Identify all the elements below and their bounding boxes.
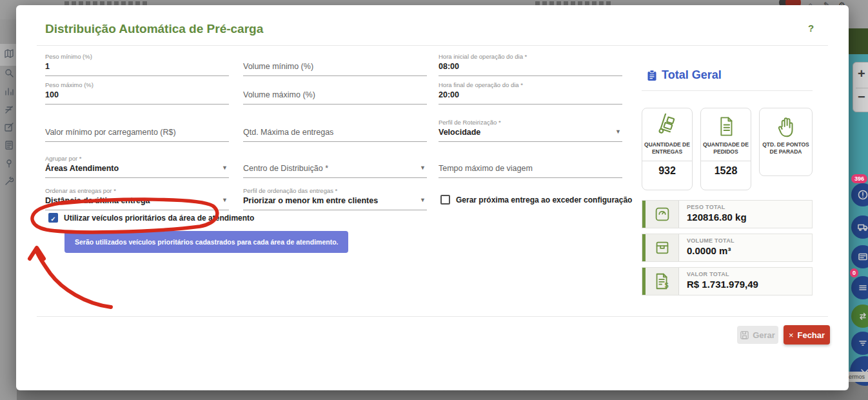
field-label: Hora inicial de operação do dia *	[439, 53, 622, 60]
stop-hand-icon	[760, 108, 812, 138]
gerar-button[interactable]: Gerar	[737, 326, 778, 344]
chevron-down-icon: ▼	[222, 197, 228, 203]
field-volume-minimo: Volume mínimo (%)	[243, 62, 427, 76]
order-document-icon	[701, 108, 751, 138]
stat-label: QUANTIDADE DE PEDIDOS	[701, 138, 751, 161]
field-peso-maximo: Peso máximo (%) 100	[45, 81, 229, 105]
total-row-peso: PESO TOTAL 120816.80 kg	[642, 200, 813, 228]
field-tempo-maximo: Tempo máximo de viagem	[439, 164, 622, 178]
checkbox-label: Utilizar veículos prioritários da área d…	[64, 214, 254, 223]
veiculos-prioritarios-checkbox-row[interactable]: ✓ Utilizar veículos prioritários da área…	[48, 213, 254, 223]
field-qtd-maxima: Qtd. Máxima de entregas	[243, 128, 427, 142]
fechar-label: Fechar	[797, 330, 825, 340]
field-label: Ordenar as entregas por *	[45, 187, 229, 194]
precarga-modal: Distribuição Automática de Pré-carga ? P…	[16, 5, 849, 390]
centro-distribuicao-select[interactable]: Centro de Distribuição *	[243, 164, 427, 178]
divider	[37, 45, 828, 46]
stat-value: 932	[642, 161, 692, 181]
alerts-badge: 396	[851, 174, 867, 183]
help-button[interactable]: ?	[808, 23, 814, 34]
field-hora-inicial: Hora inicial de operação do dia * 08:00	[439, 53, 622, 76]
volume-maximo-input[interactable]: Volume máximo (%)	[243, 90, 427, 105]
gerar-proxima-checkbox-row[interactable]: Gerar próxima entrega ao exceder configu…	[440, 195, 632, 205]
peso-maximo-input[interactable]: 100	[45, 90, 229, 105]
chevron-down-icon: ▼	[420, 197, 426, 203]
info-tooltip: Serão utilizados veículos prioritários c…	[64, 231, 348, 253]
checkbox-checked[interactable]: ✓	[48, 213, 58, 223]
chevron-down-icon: ▼	[222, 165, 228, 171]
gerar-label: Gerar	[753, 330, 775, 340]
screen: ⌂ ✎ ⚙	[0, 0, 868, 400]
stat-card-pedidos: QUANTIDADE DE PEDIDOS 1528	[700, 108, 751, 190]
ordenar-entregas-select[interactable]: Distância da última entrega	[45, 196, 229, 210]
field-label: Hora final de operação do dia *	[439, 81, 622, 88]
field-perfil-ordenacao: Perfil de ordenação das entregas * Prior…	[243, 187, 427, 210]
modal-title: Distribuição Automática de Pré-carga	[45, 22, 263, 36]
perfil-ordenacao-select[interactable]: Priorizar o menor km entre clientes	[243, 196, 427, 210]
list-badge: 0	[850, 268, 858, 277]
stat-value: 1528	[701, 161, 751, 181]
field-label: Peso máximo (%)	[45, 81, 229, 88]
stat-card-pontos-parada: QTD. DE PONTOS DE PARADA	[759, 108, 813, 176]
total-row-valor: $ VALOR TOTAL R$ 1.731.979,49	[642, 267, 813, 295]
field-valor-minimo: Valor mínimo por carregamento (R$)	[45, 128, 229, 142]
hora-inicial-input[interactable]: 08:00	[439, 62, 622, 76]
field-hora-final: Hora final de operação do dia * 20:00	[439, 81, 622, 105]
total-row-volume: VOLUME TOTAL 0.0000 m³	[642, 234, 813, 262]
checkbox-label: Gerar próxima entrega ao exceder configu…	[456, 195, 632, 205]
field-label: Perfil de Roteirização *	[439, 119, 622, 126]
agrupar-por-select[interactable]: Áreas Atendimento	[45, 164, 229, 178]
scale-icon	[646, 201, 679, 228]
qtd-maxima-input[interactable]: Qtd. Máxima de entregas	[243, 128, 427, 142]
volume-minimo-input[interactable]: Volume mínimo (%)	[243, 62, 427, 76]
tempo-maximo-input[interactable]: Tempo máximo de viagem	[439, 164, 622, 178]
volume-box-icon	[646, 234, 679, 261]
total-geral-title: Total Geral	[662, 68, 722, 82]
total-value: 120816.80 kg	[687, 212, 747, 223]
total-geral-header: Total Geral	[647, 68, 722, 82]
field-label: Agrupar por *	[45, 155, 229, 162]
valor-minimo-input[interactable]: Valor mínimo por carregamento (R$)	[45, 128, 229, 142]
total-label: PESO TOTAL	[687, 204, 747, 210]
checkbox-unchecked[interactable]	[440, 195, 450, 205]
peso-minimo-input[interactable]: 1	[45, 62, 229, 76]
stat-label: QTD. DE PONTOS DE PARADA	[760, 138, 812, 161]
field-volume-maximo: Volume máximo (%)	[243, 90, 427, 105]
field-perfil-roteirizacao: Perfil de Roteirização * Velocidade ▼	[439, 119, 622, 142]
hora-final-input[interactable]: 20:00	[439, 90, 622, 105]
divider	[37, 316, 828, 317]
stat-label: QUANTIDADE DE ENTREGAS	[642, 138, 692, 161]
chevron-down-icon: ▼	[615, 128, 621, 135]
clipboard-icon	[647, 70, 657, 81]
field-peso-minimo: Peso mínimo (%) 1	[45, 53, 229, 76]
field-centro-distribuicao: Centro de Distribuição * ▼	[243, 164, 427, 178]
fechar-button[interactable]: × Fechar	[784, 325, 830, 345]
field-ordenar-entregas: Ordenar as entregas por * Distância da ú…	[45, 187, 229, 210]
total-value: 0.0000 m³	[687, 245, 735, 256]
svg-text:$: $	[664, 282, 668, 289]
field-label: Perfil de ordenação das entregas *	[243, 187, 427, 194]
total-value: R$ 1.731.979,49	[687, 279, 758, 290]
chevron-down-icon: ▼	[420, 165, 426, 171]
perfil-roteirizacao-select[interactable]: Velocidade	[439, 128, 622, 142]
total-label: VOLUME TOTAL	[687, 237, 735, 244]
invoice-icon: $	[646, 268, 679, 295]
field-label: Peso mínimo (%)	[45, 53, 229, 60]
field-agrupar-por: Agrupar por * Áreas Atendimento ▼	[45, 155, 229, 178]
stat-card-entregas: QUANTIDADE DE ENTREGAS 932	[642, 108, 693, 190]
divider	[642, 90, 813, 91]
save-icon	[740, 331, 749, 339]
hand-truck-icon	[642, 108, 692, 138]
close-icon: ×	[789, 330, 794, 340]
total-label: VALOR TOTAL	[687, 271, 758, 277]
